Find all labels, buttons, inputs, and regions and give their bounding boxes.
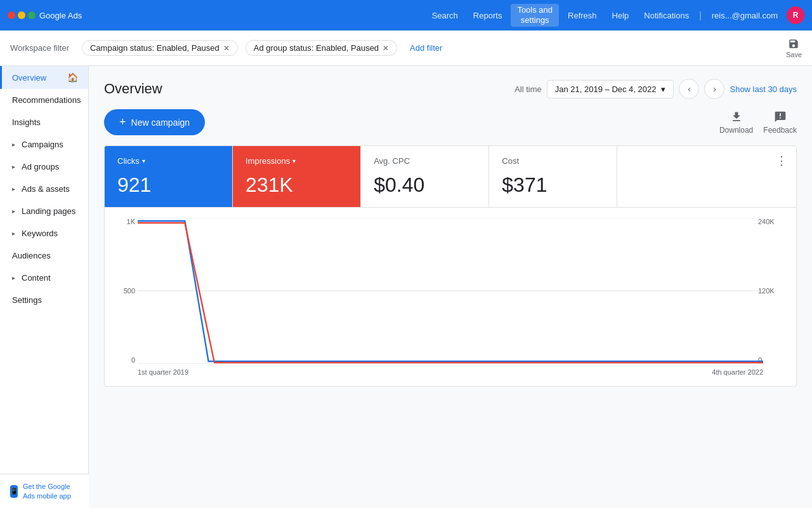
- logo-dot-green: [28, 11, 36, 19]
- tools-settings-button[interactable]: Tools and settings: [511, 4, 559, 26]
- chart-wrapper: 1K 500 0 240K 120K 0: [117, 218, 783, 376]
- date-prev-button[interactable]: ‹: [679, 79, 699, 99]
- y-right-120k: 120K: [758, 287, 783, 295]
- sidebar-item-landing-pages[interactable]: ▸ Landing pages: [0, 200, 88, 222]
- sidebar-item-ads-assets[interactable]: ▸ Ads & assets: [0, 178, 88, 200]
- home-icon: 🏠: [67, 72, 78, 83]
- more-options-icon[interactable]: ⋮: [776, 154, 789, 168]
- new-campaign-button[interactable]: + New campaign: [104, 109, 205, 135]
- clicks-metric-card: Clicks ▾ 921: [105, 146, 233, 207]
- sidebar-item-recommendations[interactable]: Recommendations: [0, 89, 88, 111]
- impressions-label: Impressions ▾: [246, 156, 348, 166]
- x-label-q4-2022: 4th quarter 2022: [712, 368, 763, 376]
- sidebar-audiences-label: Audiences: [12, 251, 51, 260]
- feedback-label: Feedback: [763, 126, 797, 135]
- refresh-button[interactable]: Refresh: [561, 8, 603, 23]
- download-label: Download: [719, 126, 753, 135]
- top-navigation: Google Ads Search Reports Tools and sett…: [0, 0, 812, 30]
- separator: |: [699, 10, 702, 20]
- avg-cpc-value: $0.40: [374, 173, 476, 197]
- date-picker[interactable]: Jan 21, 2019 – Dec 4, 2022 ▾: [547, 80, 674, 98]
- workspace-filter-label: Workspace filter: [10, 43, 69, 53]
- notifications-button[interactable]: Notifications: [638, 8, 695, 23]
- content-chevron-icon: ▸: [12, 274, 15, 281]
- sidebar-ads-assets-label: Ads & assets: [22, 184, 70, 194]
- adgroup-status-close-icon[interactable]: ✕: [383, 44, 389, 53]
- date-range-value: Jan 21, 2019 – Dec 4, 2022: [555, 84, 657, 94]
- logo-area: Google Ads: [8, 11, 82, 20]
- plus-icon: +: [119, 116, 126, 129]
- sidebar-item-overview[interactable]: Overview 🏠: [0, 66, 88, 89]
- feedback-button[interactable]: Feedback: [763, 110, 797, 135]
- top-nav-right: Search Reports Tools and settings Refres…: [426, 4, 804, 26]
- date-picker-chevron-icon: ▾: [661, 84, 665, 94]
- sidebar-insights-label: Insights: [12, 117, 41, 127]
- sidebar-recommendations-label: Recommendations: [12, 95, 81, 105]
- feedback-icon: [774, 110, 787, 123]
- account-email[interactable]: reis...@gmail.com: [705, 8, 784, 23]
- adgroup-status-chip[interactable]: Ad group status: Enabled, Paused ✕: [246, 40, 397, 56]
- sidebar-item-content[interactable]: ▸ Content: [0, 267, 88, 289]
- sidebar-item-settings[interactable]: Settings: [0, 289, 88, 311]
- content-area: Overview All time Jan 21, 2019 – Dec 4, …: [89, 66, 812, 508]
- clicks-label: Clicks ▾: [117, 156, 219, 166]
- cost-value: $371: [502, 173, 604, 197]
- clicks-value: 921: [117, 173, 219, 197]
- campaign-status-chip[interactable]: Campaign status: Enabled, Paused ✕: [82, 40, 238, 56]
- keywords-chevron-icon: ▸: [12, 230, 15, 237]
- overview-title: Overview: [104, 81, 162, 97]
- ad-groups-chevron-icon: ▸: [12, 163, 15, 170]
- save-icon: [788, 38, 799, 50]
- logo-dot-yellow: [18, 11, 25, 19]
- y-right-0: 0: [758, 356, 783, 364]
- mobile-app-promo[interactable]: 📱 Get the Google Ads mobile app: [0, 474, 89, 508]
- settings-label: settings: [521, 15, 549, 25]
- all-time-label: All time: [514, 84, 542, 94]
- download-icon: [730, 110, 743, 123]
- sidebar-landing-pages-label: Landing pages: [22, 206, 75, 216]
- new-campaign-label: New campaign: [131, 117, 190, 128]
- avg-cpc-metric-card: Avg. CPC $0.40: [361, 146, 489, 207]
- date-next-button[interactable]: ›: [704, 79, 724, 99]
- workspace-filter-bar: Workspace filter Campaign status: Enable…: [0, 30, 812, 66]
- save-label: Save: [786, 51, 802, 58]
- add-filter-button[interactable]: Add filter: [405, 41, 447, 55]
- y-left-0: 0: [117, 356, 135, 364]
- campaign-status-label: Campaign status: Enabled, Paused: [90, 43, 219, 53]
- sidebar-item-audiences[interactable]: Audiences: [0, 244, 88, 267]
- overview-header: Overview All time Jan 21, 2019 – Dec 4, …: [104, 79, 797, 99]
- campaign-status-close-icon[interactable]: ✕: [223, 44, 230, 53]
- sidebar-ad-groups-label: Ad groups: [22, 162, 59, 171]
- x-axis-labels: 1st quarter 2019 4th quarter 2022: [138, 368, 763, 376]
- download-button[interactable]: Download: [719, 110, 753, 135]
- sidebar-item-insights[interactable]: Insights: [0, 111, 88, 133]
- impressions-dropdown-icon[interactable]: ▾: [292, 157, 296, 164]
- metrics-row: Clicks ▾ 921 Impressions ▾ 231K Av: [104, 145, 797, 208]
- save-filter-button[interactable]: Save: [786, 38, 802, 58]
- y-left-1k: 1K: [117, 218, 135, 225]
- search-nav-button[interactable]: Search: [426, 8, 464, 23]
- adgroup-status-label: Ad group status: Enabled, Paused: [254, 43, 379, 53]
- clicks-dropdown-icon[interactable]: ▾: [142, 157, 145, 164]
- landing-pages-chevron-icon: ▸: [12, 208, 15, 215]
- toolbar-row: + New campaign Download Feedback: [104, 109, 797, 135]
- sidebar-item-keywords[interactable]: ▸ Keywords: [0, 222, 88, 244]
- chart-svg: [138, 218, 763, 364]
- sidebar-item-campaigns[interactable]: ▸ Campaigns: [0, 133, 88, 156]
- date-range-selector: All time Jan 21, 2019 – Dec 4, 2022 ▾ ‹ …: [514, 79, 797, 99]
- sidebar-content-label: Content: [22, 273, 51, 283]
- mobile-phone-icon: 📱: [10, 485, 18, 498]
- empty-metric-card: ⋮: [617, 146, 796, 207]
- metrics-chart-section: Clicks ▾ 921 Impressions ▾ 231K Av: [104, 145, 797, 387]
- sidebar-item-ad-groups[interactable]: ▸ Ad groups: [0, 156, 88, 178]
- reports-nav-button[interactable]: Reports: [467, 8, 509, 23]
- help-button[interactable]: Help: [606, 8, 636, 23]
- logo-text: Google Ads: [39, 11, 82, 20]
- impressions-metric-card: Impressions ▾ 231K: [233, 146, 361, 207]
- ads-assets-chevron-icon: ▸: [12, 185, 15, 192]
- show-last-30-button[interactable]: Show last 30 days: [730, 84, 797, 94]
- mobile-app-label: Get the Google Ads mobile app: [23, 482, 79, 500]
- sidebar-campaigns-label: Campaigns: [22, 140, 63, 149]
- avatar[interactable]: R: [787, 6, 804, 24]
- sidebar-overview-label: Overview: [12, 73, 46, 83]
